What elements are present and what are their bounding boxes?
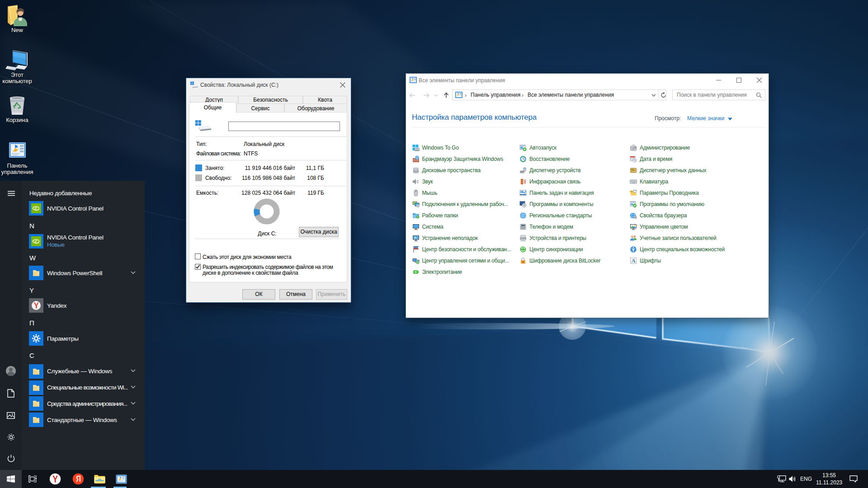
svg-text:A: A <box>632 258 636 264</box>
